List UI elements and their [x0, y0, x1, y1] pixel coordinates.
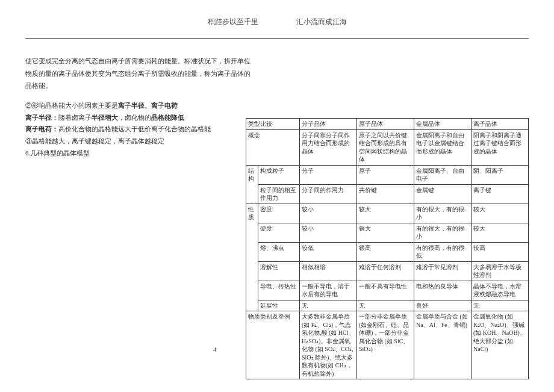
bold-text: 半径增大 — [92, 114, 118, 121]
cell: 离子键 — [472, 184, 529, 204]
table-row: 熔、沸点 较低 很高 有的很高，有的很低 较高 — [246, 242, 529, 261]
row-label: 延展性 — [258, 300, 300, 311]
cell: 阳离子和阴离子通过离子键结合而形成的晶体 — [472, 129, 529, 165]
table-row: 导电、传热性 一般不导电，溶于水后有的导电 一般不具有导电性 电和热的良导体 晶… — [246, 281, 529, 300]
row-label: 密度 — [258, 204, 300, 223]
cell: 共价键 — [357, 184, 414, 204]
table-row: 硬度 较小 很大 有的很大，有的很小 较大 — [246, 223, 529, 242]
bold-text: 晶格能降低 — [151, 114, 184, 121]
th-metallic: 金属晶体 — [414, 119, 472, 130]
table-row: 延展性 无 无 良好 无 — [246, 300, 529, 311]
cell: 阴、阳离子 — [472, 165, 529, 184]
table-row: 结构 构成粒子 分子 原子 金属阳离子、自由电子 阴、阳离子 — [246, 165, 529, 184]
cell: 较大 — [472, 223, 529, 242]
cell: 金属阳离子和自由电子以金属键结合而形成的晶体 — [414, 129, 472, 165]
cell: 原子之间以共价键结合而形成的具有空间网状结构的晶体 — [357, 129, 414, 165]
cell: 原子 — [357, 165, 414, 184]
row-label: 粒子间的相互作用力 — [258, 184, 300, 204]
cell: 有的很大，有的很小 — [414, 204, 472, 223]
cell: 一部分非金属单质(如金刚石、硅、晶体硼)，一部分非金属化合物 (如 SiC、Si… — [357, 311, 414, 379]
bold-text: 离子半径、离子电荷 — [118, 102, 178, 109]
cell: 难溶于常见溶剂 — [414, 261, 472, 281]
intro-line: 使它变成完全分离的气态自由离子所需要消耗的能量。标准状况下，拆开单位 — [25, 55, 314, 67]
th-type: 类型比较 — [246, 119, 300, 130]
header-right: 汇小流而成江海 — [296, 17, 347, 27]
cell: 金属单质与合金 (如 Na、Al、Fe、青铜) — [414, 311, 472, 379]
cell: 晶体不导电，水溶液或熔融态导电 — [472, 281, 529, 300]
row-label: 物质类别及举例 — [246, 311, 300, 379]
th-molecular: 分子晶体 — [300, 119, 357, 130]
row-label: 概念 — [246, 129, 300, 165]
text: 高价化合物的晶格能远大于低价离子化合物的晶格能 — [58, 125, 211, 132]
cell: 较低 — [300, 242, 357, 261]
cell: 无 — [357, 300, 414, 311]
crystal-table-wrap: 类型比较 分子晶体 原子晶体 金属晶体 离子晶体 概念 分子间靠分子间作用力结合… — [246, 118, 529, 379]
row-label: 硬度 — [258, 223, 300, 242]
group-structure: 结构 — [246, 165, 258, 204]
cell: 相似相溶 — [300, 261, 357, 281]
bold-text: 离子半径： — [25, 114, 58, 121]
cell: 较小 — [300, 223, 357, 242]
text: 随着卤离子 — [58, 114, 92, 121]
cell: 金属键 — [414, 184, 472, 204]
table-row: 溶解性 相似相溶 难溶于任何溶剂 难溶于常见溶剂 大多易溶于水等极性溶剂 — [246, 261, 529, 281]
table-row: 类型比较 分子晶体 原子晶体 金属晶体 离子晶体 — [246, 119, 529, 130]
table-row: 物质类别及举例 大多数非金属单质 (如 P₄、Cl₂)，气态氢化物,酸 (如 H… — [246, 311, 529, 379]
header-left: 积跬步以至千里 — [208, 17, 258, 27]
table-row: 性质 密度 较小 较大 有的很大，有的很小 较大 — [246, 204, 529, 223]
row-label: 熔、沸点 — [258, 242, 300, 261]
text: ，卤化物的 — [118, 114, 151, 121]
cell: 电和热的良导体 — [414, 281, 472, 300]
table-row: 粒子间的相互作用力 分子间的作用力 共价键 金属键 离子键 — [246, 184, 529, 204]
crystal-types-table: 类型比较 分子晶体 原子晶体 金属晶体 离子晶体 概念 分子间靠分子间作用力结合… — [246, 118, 529, 379]
th-ionic: 离子晶体 — [472, 119, 529, 130]
row-label: 导电、传热性 — [258, 281, 300, 300]
cell: 一般不具有导电性 — [357, 281, 414, 300]
text: ②影响晶格能大小的因素主要是 — [25, 102, 118, 109]
cell: 难溶于任何溶剂 — [357, 261, 414, 281]
intro-paragraph: 使它变成完全分离的气态自由离子所需要消耗的能量。标准状况下，拆开单位 物质的量的… — [25, 55, 314, 92]
cell: 一般不导电，溶于水后有的导电 — [300, 281, 357, 300]
cell: 很高 — [357, 242, 414, 261]
cell: 金属阳离子、自由电子 — [414, 165, 472, 184]
cell: 分子间的作用力 — [300, 184, 357, 204]
cell: 无 — [300, 300, 357, 311]
bold-text: 离子电荷： — [25, 125, 58, 132]
cell: 很大 — [357, 223, 414, 242]
cell: 分子间靠分子间作用力结合而形成的晶体 — [300, 129, 357, 165]
cell: 较大 — [357, 204, 414, 223]
cell: 无 — [472, 300, 529, 311]
row-label: 构成粒子 — [258, 165, 300, 184]
intro-line: 物质的量的离子晶体使其变为气态组分离子所需吸收的能量，称为离子晶体的 — [25, 68, 314, 79]
cell: 较小 — [300, 204, 357, 223]
table-row: 概念 分子间靠分子间作用力结合而形成的晶体 原子之间以共价键结合而形成的具有空间… — [246, 129, 529, 165]
cell: 大多易溶于水等极性溶剂 — [472, 261, 529, 281]
group-property: 性质 — [246, 204, 258, 311]
cell: 分子 — [300, 165, 357, 184]
row-label: 溶解性 — [258, 261, 300, 281]
cell: 有的很大，有的很小 — [414, 223, 472, 242]
cell: 金属氧化物 (如 K₂O、Na₂O)、强碱 (如 KOH、NaOH)、绝大部分盐… — [472, 311, 529, 379]
page-header: 积跬步以至千里 汇小流而成江海 — [25, 17, 529, 39]
cell: 良好 — [414, 300, 472, 311]
page-number: 4 — [213, 346, 217, 353]
th-atomic: 原子晶体 — [357, 119, 414, 130]
factor-heading: ②影响晶格能大小的因素主要是离子半径、离子电荷 — [25, 100, 529, 111]
cell: 大多数非金属单质 (如 P₄、Cl₂)，气态氢化物,酸 (如 HCl、H₂SO₄… — [300, 311, 357, 379]
cell: 较高 — [472, 242, 529, 261]
intro-line: 晶格能。 — [25, 80, 314, 92]
cell: 有的很高，有的很低 — [414, 242, 472, 261]
cell: 较大 — [472, 204, 529, 223]
